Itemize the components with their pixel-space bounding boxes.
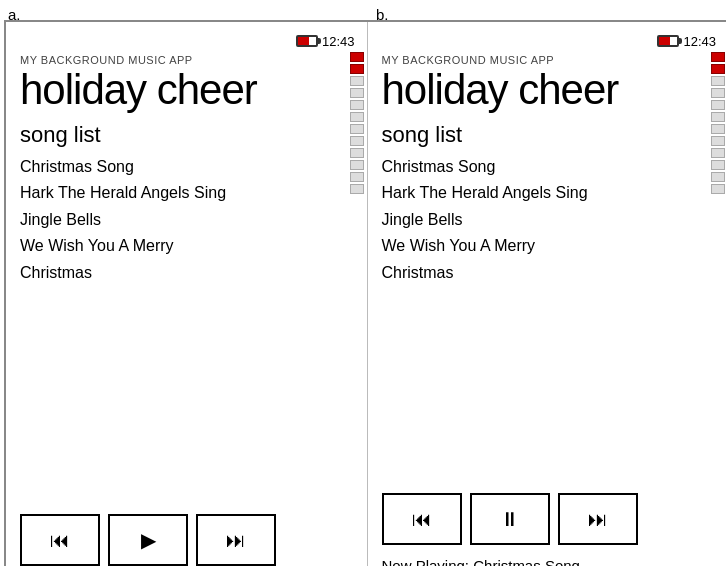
battery-icon-a [296,35,318,47]
status-bar-a: 12:43 [20,32,355,50]
scroll-block [350,160,364,170]
pause-icon-b: ⏸ [500,508,520,531]
time-a: 12:43 [322,34,355,49]
prev-button-b[interactable]: ⏮ [382,493,462,545]
status-bar-b: 12:43 [382,32,717,50]
scroll-block [350,148,364,158]
section-title-b: song list [382,122,717,148]
scroll-block [711,124,725,134]
pause-button-b[interactable]: ⏸ [470,493,550,545]
scroll-block [711,52,725,62]
battery-icon-b [657,35,679,47]
list-item[interactable]: Christmas [382,260,717,286]
scroll-block [711,184,725,194]
scroll-block [350,112,364,122]
list-item[interactable]: Jingle Bells [20,207,355,233]
scroll-block [350,124,364,134]
scroll-block [350,136,364,146]
skip-prev-icon-a: ⏮ [50,529,70,552]
scroll-block [350,88,364,98]
controls-a: ⏮ ▶ ⏭ [20,514,355,566]
scroll-block [711,136,725,146]
list-item[interactable]: Hark The Herald Angels Sing [382,180,717,206]
scroll-block [711,88,725,98]
song-list-b: Christmas Song Hark The Herald Angels Si… [382,154,717,477]
scroll-block [350,64,364,74]
list-item[interactable]: Hark The Herald Angels Sing [20,180,355,206]
song-list-a: Christmas Song Hark The Herald Angels Si… [20,154,355,498]
section-title-a: song list [20,122,355,148]
scroll-block [711,148,725,158]
scroll-block [711,172,725,182]
scroll-block [350,100,364,110]
list-item[interactable]: Jingle Bells [382,207,717,233]
scroll-block [350,184,364,194]
skip-next-icon-b: ⏭ [588,508,608,531]
now-playing: Now Playing: Christmas Song [382,557,717,566]
scrollbar-b[interactable] [710,52,726,566]
play-icon-a: ▶ [141,528,156,552]
app-title-a: holiday cheer [20,68,355,112]
app-name-b: MY BACKGROUND MUSIC APP [382,54,717,66]
scroll-block [350,76,364,86]
scrollbar-a[interactable] [349,52,365,566]
list-item[interactable]: Christmas [20,260,355,286]
next-button-b[interactable]: ⏭ [558,493,638,545]
scroll-block [711,160,725,170]
list-item[interactable]: Christmas Song [20,154,355,180]
scroll-block [711,76,725,86]
next-button-a[interactable]: ⏭ [196,514,276,566]
list-item[interactable]: We Wish You A Merry [382,233,717,259]
scroll-block [350,172,364,182]
panel-a: 12:43 MY BACKGROUND MUSIC APP holiday ch… [6,22,368,566]
prev-button-a[interactable]: ⏮ [20,514,100,566]
panel-b: 12:43 MY BACKGROUND MUSIC APP holiday ch… [368,22,727,566]
list-item[interactable]: We Wish You A Merry [20,233,355,259]
controls-b: ⏮ ⏸ ⏭ [382,493,717,545]
scroll-block [711,64,725,74]
skip-prev-icon-b: ⏮ [412,508,432,531]
scroll-block [711,112,725,122]
scroll-block [350,52,364,62]
app-name-a: MY BACKGROUND MUSIC APP [20,54,355,66]
list-item[interactable]: Christmas Song [382,154,717,180]
play-button-a[interactable]: ▶ [108,514,188,566]
skip-next-icon-a: ⏭ [226,529,246,552]
scroll-block [711,100,725,110]
time-b: 12:43 [683,34,716,49]
app-title-b: holiday cheer [382,68,717,112]
